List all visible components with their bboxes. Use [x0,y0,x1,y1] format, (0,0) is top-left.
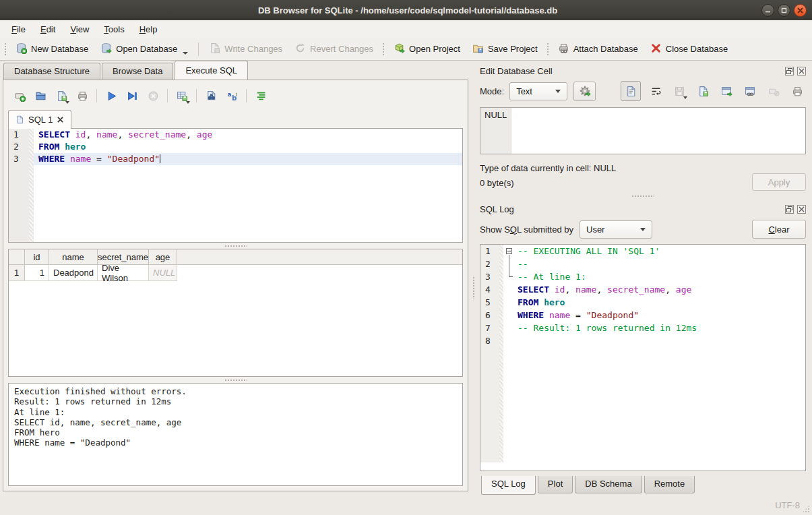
column-header-id[interactable]: id [25,249,49,264]
close-database-icon [650,42,662,56]
cell-editor[interactable]: NULL [480,107,806,154]
table-row[interactable]: 11DeadpondDive WilsonNULL [9,265,462,281]
cell-info: Type of data currently in cell: NULL 0 b… [480,161,806,191]
mode-select[interactable]: Text [509,82,567,100]
dock-tab-sql-log[interactable]: SQL Log [481,476,536,495]
dock-splitter[interactable] [480,191,806,202]
column-header-rownum[interactable] [9,249,25,264]
toolbar-grip [546,42,550,57]
write-changes-icon [209,42,220,56]
menu-bar: FileEditViewToolsHelp [0,20,812,38]
sql-log-view[interactable]: 1-- EXECUTING ALL IN 'SQL 1'2--3-- At li… [480,244,806,471]
new-database-button[interactable]: New Database [9,40,94,59]
log-line-5: 5FROM hero [480,296,805,309]
float-panel-icon[interactable] [785,205,794,214]
open-project-button[interactable]: Open Project [387,40,466,59]
close-database-button[interactable]: Close Database [644,40,735,59]
menu-view[interactable]: View [63,22,96,36]
sql-log-panel-title: SQL Log [480,204,782,214]
line-number: 7 [480,322,499,334]
cell-editor-toolbar: Mode: Text [480,78,806,104]
tab-browse-data[interactable]: Browse Data [102,63,173,80]
column-header-age[interactable]: age [149,249,177,264]
tab-execute-sql[interactable]: Execute SQL [175,61,248,80]
minimize-icon[interactable] [761,4,774,17]
toolbar-separator [96,89,97,102]
menu-file[interactable]: File [4,22,33,36]
grid-cell[interactable]: 1 [25,265,49,281]
dock-tab-plot[interactable]: Plot [538,476,573,493]
tab-database-structure[interactable]: Database Structure [3,63,100,80]
execute-all-icon[interactable] [102,87,120,104]
grid-cell[interactable]: NULL [149,265,177,281]
chevron-down-icon[interactable] [183,52,188,55]
mode-label: Mode: [480,86,504,96]
sql-log-filter-row: Show SQL submitted by User Clear [480,216,806,242]
save-results-icon[interactable] [173,87,191,104]
text-mode-view-icon[interactable] [621,81,641,101]
dock-tab-db-schema[interactable]: DB Schema [575,476,642,493]
save-project-button[interactable]: Save Project [466,40,544,59]
new-sql-tab-icon[interactable] [11,87,28,104]
print-cell-icon[interactable] [788,82,806,100]
results-status-splitter[interactable] [8,377,463,383]
editor-results-splitter[interactable] [8,243,463,249]
line-number: 6 [480,309,499,322]
cell-editor-area[interactable] [511,108,805,154]
menu-edit[interactable]: Edit [33,22,63,36]
column-header-name[interactable]: name [49,249,98,264]
chevron-down-icon [640,228,646,231]
stop-execution-icon [144,87,162,104]
open-database-button[interactable]: Open Database [94,40,194,59]
sql-editor[interactable]: 1SELECT id, name, secret_name, age2FROM … [8,128,463,243]
execute-sql-frame: ab SQL 1 1SELECT id, name, secret_name, … [3,80,468,491]
results-grid[interactable]: idnamesecret_nameage11DeadpondDive Wilso… [8,249,463,377]
line-number: 8 [480,334,499,347]
open-in-external-icon[interactable] [741,82,759,100]
find-replace-icon[interactable]: ab [223,87,241,104]
close-panel-icon[interactable] [797,205,806,214]
menu-tools[interactable]: Tools [96,22,131,36]
log-line-6: 6WHERE name = "Deadpond" [480,309,805,322]
editor-line-1[interactable]: 1SELECT id, name, secret_name, age [9,129,462,141]
grid-cell[interactable]: Deadpond [49,265,98,281]
dock-pane: Edit Database Cell Mode: Text NULL Type … [476,61,812,515]
save-sql-file-icon[interactable] [53,87,70,104]
splitter-grip [224,379,247,382]
grid-cell[interactable]: Dive Wilson [98,265,149,281]
log-line-1: 1-- EXECUTING ALL IN 'SQL 1' [480,245,805,258]
log-line-7: 7-- Result: 1 rows returned in 12ms [480,322,805,334]
save-cell-data-icon [670,82,688,100]
cell-edit-icons [621,81,806,101]
format-sql-icon[interactable] [252,87,270,104]
cell-value: NULL [480,108,511,154]
print-sql-icon[interactable] [73,87,91,104]
word-wrap-icon[interactable] [647,82,664,100]
clear-log-button[interactable]: Clear [752,220,806,239]
close-tab-icon[interactable] [57,116,64,123]
submitted-by-select[interactable]: User [580,220,652,239]
close-icon[interactable] [794,4,807,17]
toolbar-separator [198,42,199,56]
editor-line-2[interactable]: 2FROM hero [9,141,462,153]
attach-database-button[interactable]: Attach Database [552,40,644,59]
export-cell-data-icon[interactable] [718,82,735,100]
editor-line-3[interactable]: 3WHERE name = "Deadpond" [9,153,462,165]
apply-button[interactable]: Apply [752,173,806,191]
float-panel-icon[interactable] [785,67,794,75]
execute-current-line-icon[interactable] [123,87,141,104]
menu-help[interactable]: Help [132,22,165,36]
main-area: Database StructureBrowse DataExecute SQL… [0,61,812,515]
sql-tab-sql-1[interactable]: SQL 1 [8,110,71,129]
line-number: 2 [9,141,29,153]
toolbar-separator [246,89,247,102]
open-sql-file-icon[interactable] [32,87,49,104]
find-in-sql-icon[interactable] [202,87,220,104]
apply-settings-icon[interactable] [573,82,596,101]
close-panel-icon[interactable] [797,67,806,75]
import-cell-data-icon[interactable] [694,82,712,100]
dock-tab-remote[interactable]: Remote [644,476,695,493]
fold-collapse-icon[interactable] [506,248,512,254]
grid-header-row: idnamesecret_nameage [9,249,462,265]
maximize-icon[interactable] [778,4,790,17]
